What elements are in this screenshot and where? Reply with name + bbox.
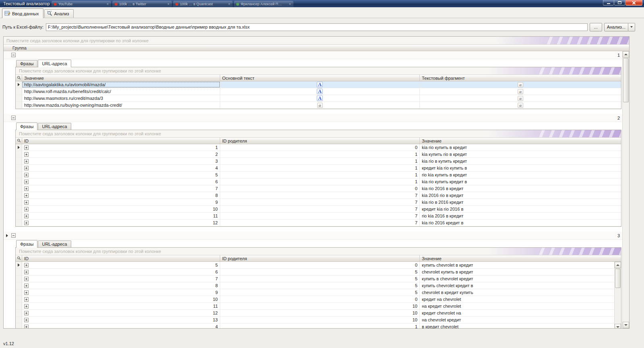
- column-header[interactable]: Основной текст: [220, 75, 420, 81]
- expand-row-button[interactable]: [24, 173, 29, 177]
- cell-id[interactable]: 7: [22, 276, 220, 282]
- expand-row-button[interactable]: [24, 214, 29, 218]
- cell-value[interactable]: rio kia 2016 в кредит: [420, 213, 621, 219]
- cell-value[interactable]: kia rio в 2016 кредит: [420, 199, 621, 205]
- expand-row-button[interactable]: [24, 304, 29, 309]
- expand-row-button[interactable]: [24, 297, 29, 302]
- detail-tab[interactable]: Фразы: [16, 60, 37, 67]
- cell-value[interactable]: rio kia купить в кредит: [420, 172, 621, 178]
- filter-header-cell[interactable]: [16, 255, 22, 261]
- cell-value[interactable]: chevrolet в кредит купить: [420, 289, 614, 296]
- table-row[interactable]: 97kia rio в 2016 кредит: [16, 199, 621, 206]
- cell-id[interactable]: 5: [22, 262, 220, 268]
- group-by-panel[interactable]: Поместите сюда заголовок колонки для гру…: [16, 130, 621, 138]
- cell-main-text[interactable]: A: [220, 81, 420, 88]
- cell-value[interactable]: kia купить rio в кредит: [420, 151, 621, 157]
- browser-tab[interactable]: Фрилансер Алексей П…×: [234, 1, 293, 7]
- browse-button[interactable]: ...: [590, 23, 602, 31]
- table-row[interactable]: http://www.masmotors.ru/credit/mazda/3Aa: [16, 95, 621, 102]
- browser-tab[interactable]: YouTube×: [52, 1, 111, 7]
- filter-header-cell[interactable]: [16, 75, 22, 81]
- cell-parent-id[interactable]: 5: [220, 276, 420, 282]
- cell-id[interactable]: 10: [22, 296, 220, 302]
- table-row[interactable]: 107кредит kia rio 2016 в: [16, 206, 621, 213]
- cell-parent-id[interactable]: 10: [220, 317, 420, 323]
- expand-row-button[interactable]: [24, 159, 29, 164]
- table-row[interactable]: 1210кредит chevrolet на: [16, 310, 614, 317]
- scroll-thumb[interactable]: [623, 58, 629, 102]
- grid-vertical-scrollbar[interactable]: [622, 51, 629, 328]
- cell-parent-id[interactable]: 0: [220, 262, 420, 268]
- expand-row-button[interactable]: [24, 186, 29, 191]
- cell-parent-id[interactable]: 1: [220, 172, 420, 178]
- analyze-button[interactable]: Анализ...: [604, 23, 628, 31]
- column-header[interactable]: Значение: [22, 75, 220, 81]
- tab-data-input[interactable]: Ввод данных: [2, 8, 43, 18]
- table-row[interactable]: 1110на кредит chevrolet: [16, 303, 614, 310]
- collapse-group-button[interactable]: [11, 116, 16, 120]
- fragment-empty-icon[interactable]: a: [518, 96, 523, 101]
- table-row[interactable]: 61kia rio купить кредит в: [16, 178, 621, 185]
- column-header[interactable]: Значение: [420, 138, 621, 144]
- excel-path-input[interactable]: [46, 23, 588, 31]
- expand-row-button[interactable]: [24, 284, 29, 288]
- collapse-group-button[interactable]: [11, 53, 16, 57]
- cell-value[interactable]: купить chevrolet в кредит: [420, 262, 614, 268]
- table-row[interactable]: 10kia rio купить в кредит: [16, 144, 621, 151]
- expand-row-button[interactable]: [24, 193, 29, 198]
- expand-row-button[interactable]: [24, 152, 29, 157]
- detail-tab[interactable]: URL-адреса: [38, 123, 71, 130]
- cell-id[interactable]: 13: [22, 317, 220, 323]
- browser-tab-close-icon[interactable]: ×: [289, 2, 291, 6]
- cell-main-text[interactable]: A: [220, 88, 420, 95]
- scroll-track[interactable]: [623, 103, 629, 322]
- cell-id[interactable]: 9: [22, 199, 220, 205]
- cell-id[interactable]: 9: [22, 289, 220, 296]
- detail-tab[interactable]: Фразы: [16, 122, 37, 130]
- cell-parent-id[interactable]: 7: [220, 192, 420, 199]
- column-header[interactable]: Текстовый фрагмент: [420, 75, 621, 81]
- cell-text-fragment[interactable]: a: [420, 88, 621, 95]
- table-row[interactable]: 100кредит на chevrolet: [16, 296, 614, 303]
- detail-tab[interactable]: Фразы: [16, 240, 37, 248]
- table-row[interactable]: 95chevrolet в кредит купить: [16, 289, 614, 296]
- table-row[interactable]: 65chevrolet купить в кредит: [16, 269, 614, 276]
- table-row[interactable]: 75купить в chevrolet кредит: [16, 276, 614, 282]
- group-by-panel[interactable]: Поместите сюда заголовок колонки для гру…: [16, 67, 621, 75]
- filter-header-cell[interactable]: [16, 138, 22, 144]
- scroll-thumb[interactable]: [615, 269, 621, 288]
- cell-parent-id[interactable]: 0: [220, 296, 420, 302]
- expand-row-button[interactable]: [24, 277, 29, 281]
- cell-id[interactable]: 7: [22, 185, 220, 192]
- column-header[interactable]: Значение: [420, 255, 621, 261]
- cell-value[interactable]: кредит kia rio купить в: [420, 165, 621, 171]
- cell-value[interactable]: chevrolet купить в кредит: [420, 269, 614, 275]
- expand-row-button[interactable]: [24, 207, 29, 211]
- table-row[interactable]: 50купить chevrolet в кредит: [16, 262, 614, 269]
- cell-value[interactable]: кредит на chevrolet: [420, 296, 614, 302]
- browser-tab[interactable]: 100k … в Twitter×: [112, 1, 172, 7]
- browser-tab-close-icon[interactable]: ×: [228, 2, 230, 6]
- cell-text-fragment[interactable]: a: [420, 102, 621, 108]
- group-master-row[interactable]: 2: [4, 114, 622, 122]
- table-row[interactable]: 85купить chevrolet кредит в: [16, 282, 614, 289]
- table-row[interactable]: 31kia rio в купить кредит: [16, 158, 621, 165]
- cell-parent-id[interactable]: 0: [220, 144, 420, 151]
- minimize-button[interactable]: [603, 0, 614, 6]
- expand-row-button[interactable]: [24, 200, 29, 205]
- cell-parent-id[interactable]: 7: [220, 206, 420, 212]
- expand-row-button[interactable]: [24, 145, 29, 150]
- table-row[interactable]: 127kia rio 2016 кредит в: [16, 220, 621, 226]
- group-by-panel[interactable]: Поместите сюда заголовок колонки для гру…: [16, 248, 621, 255]
- cell-id[interactable]: 4: [22, 323, 220, 328]
- main-text-filled-icon[interactable]: A: [317, 95, 323, 101]
- cell-id[interactable]: 8: [22, 282, 220, 289]
- expand-row-button[interactable]: [24, 180, 29, 184]
- cell-value[interactable]: kia rio 2016 в кредит: [420, 185, 621, 192]
- cell-value[interactable]: на кредит chevrolet: [420, 303, 614, 309]
- cell-id[interactable]: 4: [22, 165, 220, 171]
- analyze-dropdown-button[interactable]: [628, 23, 635, 31]
- cell-text-fragment[interactable]: a: [420, 81, 621, 88]
- cell-main-text[interactable]: a: [220, 102, 420, 108]
- cell-parent-id[interactable]: 10: [220, 310, 420, 316]
